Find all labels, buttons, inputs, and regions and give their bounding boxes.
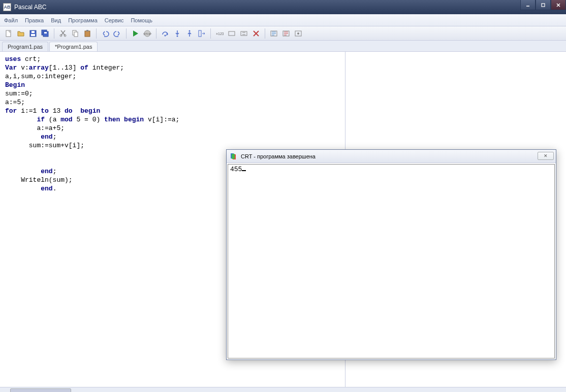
minimize-button[interactable] <box>520 0 536 10</box>
step-out-icon[interactable] <box>184 28 195 39</box>
crt-icon <box>230 152 238 160</box>
svg-rect-1 <box>542 4 545 7</box>
open-file-icon[interactable] <box>15 28 26 39</box>
redo-icon[interactable] <box>112 28 123 39</box>
cut-icon[interactable] <box>57 28 69 39</box>
toolbar-separator <box>156 28 156 39</box>
svg-point-29 <box>297 32 299 35</box>
menu-file[interactable]: Файл <box>4 17 18 23</box>
menu-bar: Файл Правка Вид Программа Сервис Помощь <box>0 14 566 26</box>
window-controls <box>520 0 566 10</box>
crt-window: CRT - программа завершена ✕ 455 <box>226 149 556 360</box>
menu-view[interactable]: Вид <box>51 17 61 23</box>
maximize-button[interactable] <box>536 0 551 10</box>
title-bar: AB Pascal ABC <box>0 0 566 14</box>
undo-icon[interactable] <box>100 28 111 39</box>
compile-icon[interactable] <box>268 28 279 39</box>
tab-bar: Program1.pas *Program1.pas <box>0 41 566 52</box>
crt-title-text: CRT - программа завершена <box>241 153 316 159</box>
clear-icon[interactable] <box>250 28 262 39</box>
menu-edit[interactable]: Правка <box>25 17 44 23</box>
eval-icon[interactable] <box>238 28 249 39</box>
menu-program[interactable]: Программа <box>68 17 98 23</box>
svg-rect-25 <box>241 31 247 36</box>
svg-point-20 <box>177 35 178 37</box>
svg-point-21 <box>189 30 191 31</box>
toolbar: STOP×123 <box>0 26 566 41</box>
toolbar-separator <box>54 28 54 39</box>
step-over-icon[interactable] <box>160 28 171 39</box>
options-icon[interactable] <box>293 28 304 39</box>
tab-program1-modified[interactable]: *Program1.pas <box>49 42 98 51</box>
svg-rect-24 <box>229 31 235 36</box>
watch-icon[interactable] <box>226 28 237 39</box>
close-button[interactable] <box>551 0 566 10</box>
save-icon[interactable] <box>27 28 39 39</box>
svg-text:STOP: STOP <box>143 32 151 36</box>
svg-text:×123: ×123 <box>216 32 224 36</box>
breakpoint-icon[interactable]: ×123 <box>214 28 225 39</box>
svg-rect-15 <box>85 31 90 37</box>
window-title: Pascal ABC <box>14 4 46 11</box>
svg-rect-32 <box>232 154 235 159</box>
toolbar-separator <box>126 28 127 39</box>
svg-rect-10 <box>44 32 47 34</box>
svg-rect-6 <box>32 31 35 33</box>
new-file-icon[interactable] <box>3 28 14 39</box>
crt-cursor <box>242 170 246 171</box>
scroll-thumb[interactable] <box>10 388 71 393</box>
app-icon: AB <box>3 3 11 11</box>
crt-output: 455 <box>228 164 555 358</box>
copy-icon[interactable] <box>70 28 81 39</box>
svg-rect-7 <box>31 34 35 36</box>
svg-rect-22 <box>199 30 201 37</box>
svg-rect-4 <box>6 30 11 37</box>
toolbar-separator <box>265 28 265 39</box>
svg-point-19 <box>165 35 166 36</box>
paste-icon[interactable] <box>82 28 93 39</box>
run-to-icon[interactable] <box>196 28 207 39</box>
horizontal-scrollbar[interactable] <box>0 387 566 392</box>
svg-rect-14 <box>74 32 78 37</box>
crt-close-button[interactable]: ✕ <box>538 152 554 160</box>
menu-service[interactable]: Сервис <box>105 17 124 23</box>
svg-rect-16 <box>86 30 88 31</box>
crt-title-bar[interactable]: CRT - программа завершена ✕ <box>227 150 556 163</box>
tab-program1[interactable]: Program1.pas <box>2 42 48 51</box>
toolbar-separator <box>96 28 97 39</box>
toolbar-separator <box>210 28 211 39</box>
menu-help[interactable]: Помощь <box>131 17 152 23</box>
stop-icon[interactable]: STOP <box>142 28 153 39</box>
run-icon[interactable] <box>130 28 141 39</box>
save-all-icon[interactable] <box>40 28 51 39</box>
step-into-icon[interactable] <box>172 28 183 39</box>
build-icon[interactable] <box>280 28 292 39</box>
